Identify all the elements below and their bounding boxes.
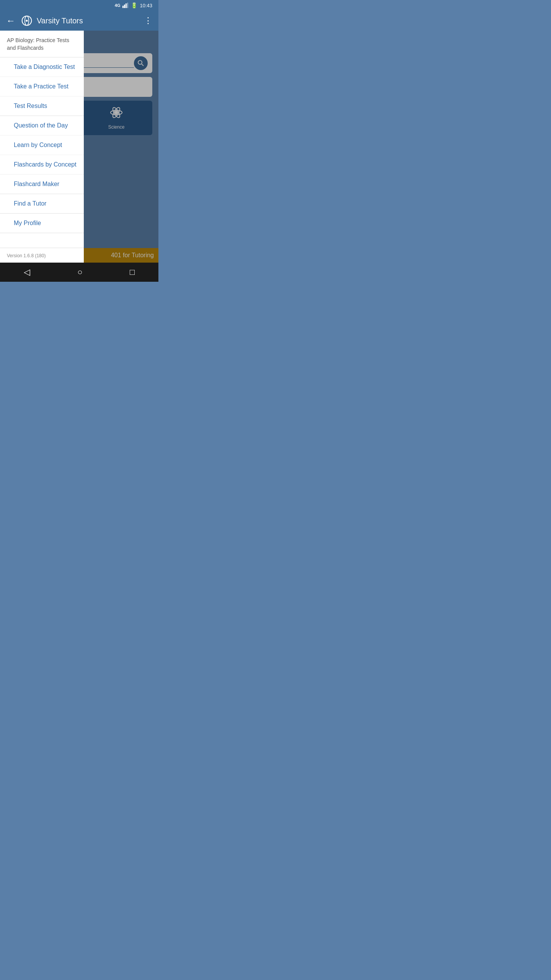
drawer-item-qod[interactable]: Question of the Day [0, 116, 84, 136]
overflow-menu-button[interactable]: ⋮ [142, 14, 154, 27]
drawer-item-practice-label: Take a Practice Test [14, 83, 68, 90]
drawer-item-profile[interactable]: My Profile [0, 214, 84, 233]
status-bar: 4G 🔋 10:43 [0, 0, 158, 11]
drawer-item-flashcard-maker-label: Flashcard Maker [14, 181, 59, 187]
drawer-section-study: Question of the Day Learn by Concept Fla… [0, 116, 84, 194]
signal-icon: 4G [115, 3, 121, 8]
drawer-item-diagnostic[interactable]: Take a Diagnostic Test [0, 57, 84, 77]
svg-rect-3 [127, 3, 128, 8]
drawer-section-profile: My Profile [0, 214, 84, 233]
drawer-item-qod-label: Question of the Day [14, 122, 68, 129]
svg-rect-2 [126, 3, 127, 8]
drawer-section-tutor: Find a Tutor [0, 194, 84, 214]
drawer-item-flashcard-maker[interactable]: Flashcard Maker [0, 175, 84, 194]
battery-icon: 🔋 [131, 2, 137, 8]
drawer-header-text: AP Biology: Practice Tests and Flashcard… [7, 37, 69, 51]
version-text: Version 1.6.8 (180) [7, 253, 46, 258]
side-drawer: AP Biology: Practice Tests and Flashcard… [0, 31, 84, 263]
signal-bars-icon [122, 3, 129, 8]
drawer-item-results[interactable]: Test Results [0, 96, 84, 116]
drawer-item-practice[interactable]: Take a Practice Test [0, 77, 84, 96]
drawer-item-find-tutor[interactable]: Find a Tutor [0, 194, 84, 213]
app-title: Varsity Tutors [37, 16, 139, 25]
drawer-item-learn[interactable]: Learn by Concept [0, 136, 84, 155]
back-button[interactable]: ← [5, 14, 17, 28]
drawer-item-flashcards[interactable]: Flashcards by Concept [0, 155, 84, 175]
drawer-item-learn-label: Learn by Concept [14, 142, 62, 148]
drawer-item-profile-label: My Profile [14, 220, 41, 226]
toolbar: ← Varsity Tutors ⋮ [0, 11, 158, 31]
android-nav-bar: ◁ ○ □ [0, 263, 158, 282]
app-logo [21, 15, 33, 27]
drawer-item-results-label: Test Results [14, 103, 47, 109]
drawer-item-diagnostic-label: Take a Diagnostic Test [14, 64, 75, 70]
drawer-header: AP Biology: Practice Tests and Flashcard… [0, 31, 84, 57]
nav-home-icon[interactable]: ○ [77, 267, 82, 277]
nav-recent-icon[interactable]: □ [130, 267, 135, 277]
drawer-section-tests: Take a Diagnostic Test Take a Practice T… [0, 57, 84, 116]
svg-rect-0 [122, 6, 124, 8]
drawer-footer: Version 1.6.8 (180) [0, 248, 84, 263]
svg-rect-1 [124, 5, 125, 8]
status-icons: 4G 🔋 10:43 [115, 2, 152, 8]
svg-point-6 [26, 20, 28, 21]
drawer-item-flashcards-label: Flashcards by Concept [14, 161, 77, 168]
time-display: 10:43 [140, 3, 152, 8]
nav-back-icon[interactable]: ◁ [24, 267, 30, 277]
drawer-item-find-tutor-label: Find a Tutor [14, 200, 46, 207]
